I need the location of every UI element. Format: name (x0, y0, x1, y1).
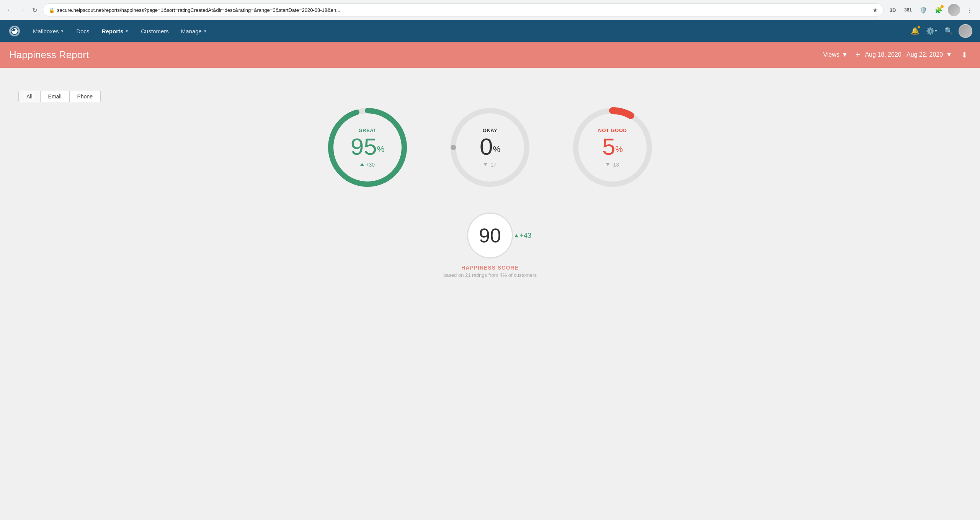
notification-badge (917, 26, 920, 29)
bookmark-button[interactable]: ★ (872, 7, 878, 14)
great-percent: % (377, 144, 385, 154)
okay-label: OKAY (483, 128, 497, 133)
nav-manage[interactable]: Manage ▼ (176, 25, 212, 38)
okay-gauge-wrapper: OKAY 0% -17 (448, 105, 532, 190)
browser-toolbar: ← → ↻ 🔒 secure.helpscout.net/reports/hap… (0, 0, 980, 20)
browser-actions: 3D 361 🛡️ 🧩 ⋮ (887, 4, 975, 16)
extension-badge (940, 5, 944, 8)
menu-button[interactable]: ⋮ (963, 4, 975, 16)
not-good-gauge-center: NOT GOOD 5% -13 (598, 128, 627, 168)
lock-icon: 🔒 (49, 7, 55, 13)
back-button[interactable]: ← (5, 5, 15, 15)
plus-icon: + (856, 50, 861, 60)
mailboxes-chevron-icon: ▼ (60, 29, 64, 33)
help-chevron-icon: ▼ (934, 29, 938, 33)
happiness-score-section: 90 +43 HAPPINESS SCORE based on 21 ratin… (9, 213, 971, 278)
great-gauge-center: GREAT 95% +30 (351, 128, 385, 168)
nav-mailboxes[interactable]: Mailboxes ▼ (28, 25, 69, 38)
download-button[interactable]: ⬇ (958, 49, 971, 61)
report-header: Happiness Report Views ▼ + Aug 18, 2020 … (0, 42, 980, 68)
happiness-score-label: HAPPINESS SCORE (461, 265, 519, 271)
happiness-score-circle: 90 (467, 213, 513, 258)
puzzle-extension[interactable]: 🧩 (933, 4, 945, 16)
great-value: 95 (351, 133, 377, 160)
happiness-score-sublabel: based on 21 ratings from 4% of customers (443, 272, 537, 278)
great-label: GREAT (358, 128, 376, 133)
nav-items: Mailboxes ▼ Docs Reports ▼ Customers Man… (28, 25, 908, 38)
okay-delta: -17 (483, 162, 497, 168)
url-text: secure.helpscout.net/reports/happiness?p… (57, 7, 870, 13)
okay-percent: % (493, 144, 500, 154)
add-view-button[interactable]: + (851, 48, 865, 61)
app-nav: Mailboxes ▼ Docs Reports ▼ Customers Man… (0, 20, 980, 42)
date-range-button[interactable]: Aug 18, 2020 - Aug 22, 2020 ▼ (865, 51, 952, 58)
nav-customers[interactable]: Customers (136, 25, 174, 38)
not-good-label: NOT GOOD (598, 128, 627, 133)
great-gauge: GREAT 95% +30 (325, 105, 410, 190)
search-button[interactable]: 🔍 (942, 24, 956, 38)
date-range-chevron-icon: ▼ (946, 51, 952, 58)
profile-avatar[interactable] (948, 4, 960, 16)
not-good-percent: % (615, 144, 623, 154)
happiness-score-container: 90 +43 (467, 213, 513, 258)
nav-right: 🔔 ⚙️ ▼ 🔍 (908, 24, 972, 38)
okay-value: 0 (480, 133, 493, 160)
happiness-score-delta: +43 (514, 232, 531, 240)
okay-delta-value: -17 (489, 162, 497, 168)
not-good-value: 5 (602, 133, 615, 160)
address-bar[interactable]: 🔒 secure.helpscout.net/reports/happiness… (43, 3, 884, 16)
reload-button[interactable]: ↻ (29, 5, 40, 15)
filter-tab-email[interactable]: Email (41, 91, 70, 102)
not-good-delta-arrow-down-icon (606, 163, 610, 166)
reports-chevron-icon: ▼ (125, 29, 129, 33)
help-icon: ⚙️ (926, 27, 934, 35)
views-button[interactable]: Views ▼ (820, 48, 851, 61)
calendar-extension[interactable]: 361 (902, 4, 914, 16)
not-good-delta-value: -13 (611, 162, 619, 168)
not-good-delta: -13 (606, 162, 619, 168)
okay-dot (451, 145, 456, 150)
okay-gauge-center: OKAY 0% -17 (480, 128, 500, 168)
shield-extension[interactable]: 🛡️ (917, 4, 929, 16)
search-icon: 🔍 (944, 27, 953, 35)
filter-tabs: All Email Phone (9, 83, 971, 105)
okay-value-container: 0% (480, 135, 500, 159)
happiness-delta-arrow-icon (514, 234, 518, 237)
avatar-image (948, 4, 960, 16)
not-good-gauge-wrapper: NOT GOOD 5% -13 (570, 105, 655, 190)
browser-chrome: ← → ↻ 🔒 secure.helpscout.net/reports/hap… (0, 0, 980, 20)
great-value-container: 95% (351, 135, 385, 159)
help-button[interactable]: ⚙️ ▼ (925, 24, 939, 38)
great-delta-value: +30 (366, 162, 375, 168)
great-delta: +30 (360, 162, 375, 168)
okay-delta-arrow-down-icon (483, 163, 487, 166)
app-logo (8, 24, 21, 38)
helpscout-logo-icon (8, 25, 21, 37)
forward-button[interactable]: → (17, 5, 28, 15)
filter-tab-all[interactable]: All (18, 91, 41, 102)
filter-tab-phone[interactable]: Phone (70, 91, 101, 102)
download-icon: ⬇ (961, 51, 968, 59)
nav-reports[interactable]: Reports ▼ (96, 25, 134, 38)
nav-docs[interactable]: Docs (71, 25, 95, 38)
okay-gauge: OKAY 0% -17 (448, 105, 532, 190)
header-divider (812, 46, 812, 63)
3d-extension[interactable]: 3D (887, 4, 899, 16)
browser-nav-buttons: ← → ↻ (5, 5, 40, 15)
great-gauge-wrapper: GREAT 95% +30 (325, 105, 410, 190)
user-avatar[interactable] (959, 24, 972, 38)
happiness-score-value: 90 (479, 224, 501, 247)
report-title: Happiness Report (9, 49, 804, 61)
main-content: All Email Phone GREAT 95% (0, 68, 980, 520)
manage-chevron-icon: ▼ (203, 29, 207, 33)
not-good-value-container: 5% (602, 135, 623, 159)
views-chevron-icon: ▼ (842, 51, 848, 58)
not-good-gauge: NOT GOOD 5% -13 (570, 105, 655, 190)
gauges-row: GREAT 95% +30 (9, 105, 971, 190)
notifications-button[interactable]: 🔔 (908, 24, 922, 38)
great-delta-arrow-up-icon (360, 163, 364, 166)
